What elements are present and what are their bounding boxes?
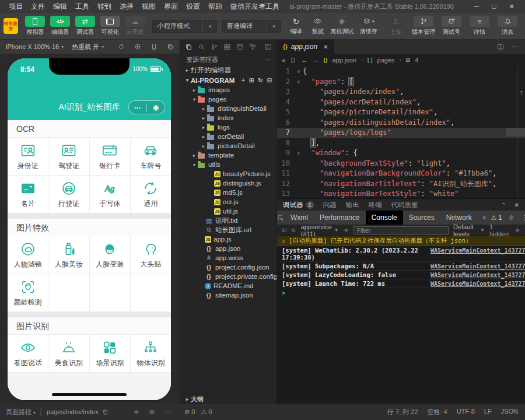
mini-app-card[interactable]: 美食识别 — [48, 335, 89, 372]
console-log-row[interactable]: [system] LazyCodeLoading: false WAServic… — [277, 271, 525, 279]
log-source-link[interactable]: WAServiceMainContext_14372789&v=2.30.2:1 — [430, 247, 525, 261]
console-filter-input[interactable] — [354, 226, 449, 235]
devtools-tab[interactable]: Console — [366, 211, 403, 225]
tree-item[interactable]: ▸ logs — [180, 123, 276, 132]
capsule-menu[interactable]: ••• ◉ — [128, 100, 165, 114]
clear-console-icon[interactable] — [291, 227, 296, 234]
tree-item[interactable]: i README.md — [180, 281, 276, 290]
tree-item[interactable]: ▾ utils — [180, 160, 276, 169]
mini-app-card[interactable] — [48, 274, 89, 312]
menu-item[interactable]: 项目 — [9, 2, 23, 12]
mini-app-card[interactable]: 人脸美妆 — [48, 236, 89, 274]
tree-item[interactable]: {} project.config.json — [180, 262, 276, 272]
tab-app-json[interactable]: {} app.json ✕ — [277, 40, 334, 54]
mini-app-card[interactable]: 物体识别 — [131, 335, 171, 372]
code-line[interactable]: 6 "pages/distinguishDetail/index", — [277, 118, 525, 128]
fold-chevron-icon[interactable] — [295, 189, 303, 198]
minimize-button[interactable]: ─ — [468, 3, 485, 10]
warning-count-badge[interactable]: ⚠1 — [491, 214, 502, 222]
debugger-tab[interactable]: 代码质量 — [391, 201, 418, 209]
rotate-icon[interactable] — [118, 43, 125, 50]
console-prompt[interactable]: > — [277, 288, 525, 298]
menu-item[interactable]: 工具 — [75, 2, 89, 12]
fold-chevron-icon[interactable]: ∨ — [295, 66, 303, 77]
devtools-tab[interactable]: Sources — [403, 211, 440, 225]
code-line[interactable]: 10 "backgroundTextStyle": "light", — [277, 159, 525, 169]
tree-item[interactable]: JS util.js — [180, 206, 276, 216]
tree-item[interactable]: ▸ index — [180, 113, 276, 123]
devtools-menu-icon[interactable]: ⋮ — [521, 214, 525, 222]
code-editor[interactable]: 1 ∨ { 2 ∨ "pages": [ 3 "pages/index — [277, 66, 525, 198]
minimap[interactable]: T — [517, 66, 525, 198]
devtools-tab[interactable]: Network — [440, 211, 478, 225]
hot-reload-dropdown[interactable]: 热重载 开▾ — [72, 43, 104, 51]
bookmark-icon[interactable] — [290, 57, 296, 64]
tree-item[interactable]: {} sitemap.json — [180, 290, 276, 300]
tree-item[interactable]: # app.wxss — [180, 253, 276, 262]
mini-app-card[interactable]: 车牌号 — [131, 138, 171, 175]
tree-item[interactable]: JS distinguish.js — [180, 178, 276, 188]
explorer-action-icon[interactable]: + — [242, 77, 245, 83]
maximize-button[interactable]: □ — [485, 3, 503, 10]
code-line[interactable]: 2 ∨ "pages": [ — [277, 77, 525, 88]
code-line[interactable]: 12 "navigationBarTitleText": "AI识别_站长图库"… — [277, 179, 525, 190]
fold-chevron-icon[interactable]: ∨ — [295, 77, 303, 88]
split-editor-icon[interactable] — [497, 43, 504, 50]
mini-app-card[interactable]: 场景识别 — [90, 335, 130, 372]
close-panel-icon[interactable]: ✕ — [514, 202, 519, 208]
fold-chevron-icon[interactable] — [295, 118, 303, 128]
log-source-link[interactable]: WAServiceMainContext_14372789&v=2.30.2:1 — [430, 280, 525, 287]
page-path-dropdown[interactable]: 页面路径 ▾ — [6, 408, 36, 416]
code-line[interactable]: 11 "navigationBarBackgroundColor": "#1fb… — [277, 169, 525, 179]
console-sidebar-icon[interactable] — [282, 227, 286, 234]
compile-button[interactable]: ↻ 编译 — [285, 16, 307, 36]
toggle-panel-icon[interactable] — [264, 43, 272, 51]
devtools-tab[interactable]: Performance — [314, 211, 366, 225]
preview-button[interactable]: 预览 — [307, 16, 328, 36]
fold-chevron-icon[interactable] — [295, 159, 303, 169]
console-log-row[interactable]: [system] WeChatLib: 2.30.2 (2023.2.22 17… — [277, 246, 525, 262]
breadcrumb-item[interactable]: 4 — [415, 57, 418, 64]
details-button[interactable]: ≡ 详情 — [466, 16, 494, 36]
console-log-row[interactable]: [system] Subpackages: N/A WAServiceMainC… — [277, 262, 525, 271]
tree-item[interactable]: ▸ template — [180, 150, 276, 160]
inspect-element-icon[interactable] — [277, 214, 285, 222]
status-item[interactable]: UTF-8 — [457, 408, 475, 416]
close-tab-icon[interactable]: ✕ — [323, 44, 328, 50]
log-levels-dropdown[interactable]: Default levels▼ — [453, 223, 485, 237]
debug-config-icon[interactable] — [133, 408, 140, 415]
eye-icon[interactable] — [148, 408, 156, 416]
open-editors-section[interactable]: ▸打开的编辑器 — [180, 65, 276, 75]
test-account-button[interactable]: 测试号 — [438, 16, 466, 36]
status-item[interactable]: JSON — [501, 408, 518, 416]
breadcrumb-node[interactable]: pages — [377, 57, 395, 64]
code-line[interactable]: 3 "pages/index/index", — [277, 87, 525, 97]
status-item[interactable]: 空格: 4 — [427, 408, 447, 416]
search-icon[interactable] — [198, 43, 205, 51]
real-device-debug-button[interactable]: 真机调试 — [328, 16, 355, 36]
console-settings-icon[interactable] — [514, 227, 520, 234]
device-frame-icon[interactable] — [150, 43, 158, 50]
theme-brush-icon[interactable] — [249, 43, 257, 51]
tabs-overflow-icon[interactable]: » — [478, 211, 491, 225]
editor-button[interactable]: </> 编辑器 — [48, 16, 72, 36]
mini-app-card[interactable]: 看图说话 — [8, 335, 48, 372]
tree-item[interactable]: JS beautyPicture.js — [180, 169, 276, 178]
tree-item[interactable]: ▸ ocrDetail — [180, 132, 276, 141]
compile-mode-dropdown[interactable]: 普通编译▾ — [222, 20, 281, 33]
mini-app-card[interactable]: 人脸变装 — [90, 236, 130, 274]
debugger-button[interactable]: ⇄ 调试器 — [74, 16, 97, 36]
code-line[interactable]: 9 ∨ "window": { — [277, 148, 525, 159]
code-line[interactable]: 7 "pages/logs/logs" — [277, 128, 525, 138]
tree-item[interactable]: ▾ pages — [180, 94, 276, 104]
explorer-action-icon[interactable]: ⊞ — [249, 77, 254, 83]
extensions-icon[interactable] — [223, 43, 231, 51]
menu-item[interactable]: 设置 — [186, 2, 200, 12]
tree-item[interactable]: JS app.js — [180, 235, 276, 244]
files-icon[interactable] — [185, 43, 192, 51]
tree-item[interactable]: ▸ pictureDetail — [180, 141, 276, 150]
close-target-icon[interactable]: ◉ — [147, 103, 164, 111]
outline-menu-icon[interactable]: ≡ — [282, 57, 285, 64]
log-source-link[interactable]: WAServiceMainContext_14372789&v=2.30.2:1 — [430, 271, 525, 278]
mini-app-card[interactable]: 颜龄检测 — [8, 274, 48, 312]
